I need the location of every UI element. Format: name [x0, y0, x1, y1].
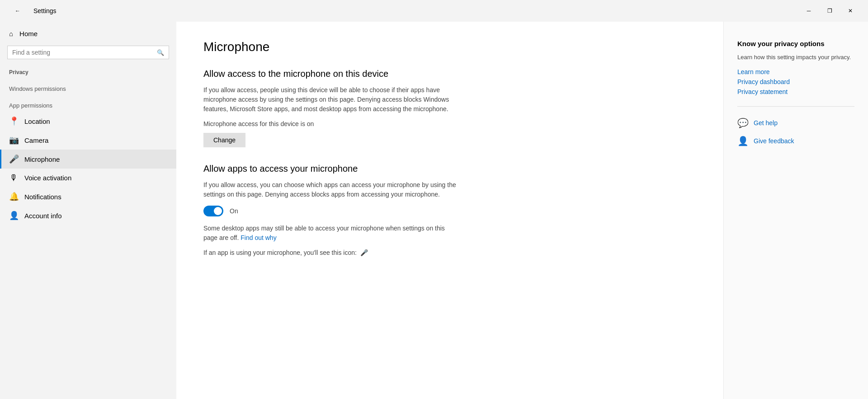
- search-icon: 🔍: [157, 49, 164, 56]
- home-icon: ⌂: [9, 30, 13, 38]
- title-bar: ← Settings ─ ❐ ✕: [0, 0, 868, 22]
- toggle-state-label: On: [230, 207, 238, 215]
- mic-icon: 🎤: [360, 249, 368, 256]
- access-status-text: Microphone access for this device is on: [203, 120, 696, 127]
- minimize-button[interactable]: ─: [798, 4, 819, 18]
- panel-divider: [737, 106, 854, 107]
- section2-heading: Allow apps to access your microphone: [203, 164, 696, 174]
- give-feedback-action[interactable]: 👤 Give feedback: [737, 136, 854, 146]
- sidebar-item-label: Camera: [24, 136, 48, 144]
- privacy-section-label: Privacy: [0, 63, 176, 78]
- microphone-icon: 🎤: [9, 154, 18, 164]
- give-feedback-link[interactable]: Give feedback: [754, 137, 794, 145]
- find-out-why-link[interactable]: Find out why: [241, 234, 276, 241]
- section2-description: If you allow access, you can choose whic…: [203, 180, 457, 199]
- main-content: Microphone Allow access to the microphon…: [176, 22, 723, 399]
- section1-description: If you allow access, people using this d…: [203, 85, 457, 114]
- right-panel: Know your privacy options Learn how this…: [723, 22, 868, 399]
- privacy-dashboard-link[interactable]: Privacy dashboard: [737, 78, 854, 85]
- location-icon: 📍: [9, 116, 18, 126]
- privacy-statement-link[interactable]: Privacy statement: [737, 88, 854, 95]
- maximize-button[interactable]: ❐: [819, 4, 840, 18]
- get-help-link[interactable]: Get help: [754, 119, 778, 127]
- sidebar-item-camera[interactable]: 📷 Camera: [0, 131, 176, 150]
- sidebar-home-label: Home: [19, 30, 38, 38]
- maximize-icon: ❐: [827, 8, 832, 14]
- sidebar-item-label: Voice activation: [24, 174, 71, 182]
- sidebar-item-label: Location: [24, 117, 50, 125]
- sidebar-item-account-info[interactable]: 👤 Account info: [0, 206, 176, 225]
- sidebar-item-label: Microphone: [24, 155, 60, 163]
- toggle-row: On: [203, 206, 696, 216]
- close-button[interactable]: ✕: [840, 4, 861, 18]
- get-help-icon: 💬: [737, 117, 748, 128]
- back-button[interactable]: ←: [7, 4, 28, 18]
- learn-more-link[interactable]: Learn more: [737, 68, 854, 75]
- search-input[interactable]: [12, 49, 153, 56]
- sidebar-item-notifications[interactable]: 🔔 Notifications: [0, 187, 176, 206]
- notifications-icon: 🔔: [9, 192, 18, 202]
- app-permissions-label: App permissions: [0, 95, 176, 112]
- voice-activation-icon: 🎙: [9, 173, 18, 183]
- note-text: Some desktop apps may still be able to a…: [203, 224, 457, 243]
- sidebar-item-voice-activation[interactable]: 🎙 Voice activation: [0, 169, 176, 187]
- get-help-action[interactable]: 💬 Get help: [737, 117, 854, 128]
- back-icon: ←: [15, 8, 20, 14]
- account-info-icon: 👤: [9, 211, 18, 221]
- windows-permissions-label: Windows permissions: [0, 78, 176, 95]
- change-button[interactable]: Change: [203, 133, 245, 147]
- icon-note: If an app is using your microphone, you'…: [203, 249, 696, 256]
- sidebar-search-box[interactable]: 🔍: [7, 46, 169, 59]
- camera-icon: 📷: [9, 135, 18, 145]
- sidebar-item-microphone[interactable]: 🎤 Microphone: [0, 150, 176, 169]
- give-feedback-icon: 👤: [737, 136, 748, 146]
- main-layout: ⌂ Home 🔍 Privacy Windows permissions App…: [0, 22, 868, 399]
- microphone-toggle[interactable]: [203, 206, 223, 216]
- sidebar-home-item[interactable]: ⌂ Home: [0, 25, 176, 42]
- page-title: Microphone: [203, 40, 696, 54]
- right-panel-description: Learn how this setting impacts your priv…: [737, 53, 854, 62]
- sidebar-item-label: Notifications: [24, 193, 61, 201]
- close-icon: ✕: [848, 8, 853, 14]
- minimize-icon: ─: [807, 8, 811, 14]
- sidebar-item-location[interactable]: 📍 Location: [0, 112, 176, 131]
- title-bar-left: ← Settings: [7, 4, 57, 18]
- sidebar: ⌂ Home 🔍 Privacy Windows permissions App…: [0, 22, 176, 399]
- sidebar-item-label: Account info: [24, 212, 62, 220]
- window-controls: ─ ❐ ✕: [798, 4, 861, 18]
- right-panel-heading: Know your privacy options: [737, 40, 854, 47]
- icon-note-text: If an app is using your microphone, you'…: [203, 249, 357, 256]
- app-title: Settings: [33, 7, 57, 14]
- section1-heading: Allow access to the microphone on this d…: [203, 69, 696, 79]
